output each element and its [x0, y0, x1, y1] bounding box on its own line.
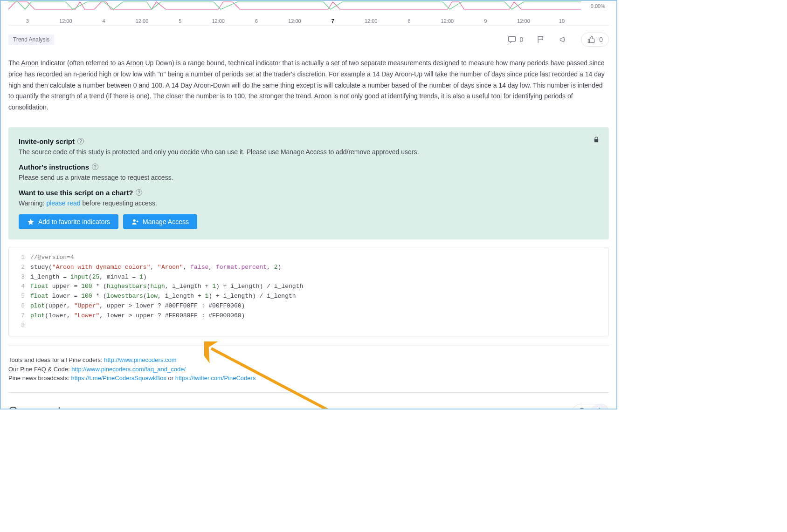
invite-only-panel: Invite-only script ? The source code of …	[8, 127, 609, 239]
twitter-link[interactable]: https://twitter.com/PineCoders	[175, 375, 256, 382]
comments-count[interactable]: 0	[507, 35, 523, 44]
invite-only-text: The source code of this study is protect…	[19, 148, 599, 156]
flame-icon	[595, 407, 604, 409]
indicator-mini-chart: 0.00% 3 12:00 4 12:00 5 12:00 6 12:00 7 …	[8, 1, 609, 26]
help-icon[interactable]: ?	[92, 164, 98, 170]
author-instructions-text: Please send us a private message to requ…	[19, 174, 599, 181]
footer-links: Tools and ideas for all Pine coders: htt…	[8, 355, 609, 393]
use-on-chart-text: Warning: please read before requesting a…	[19, 199, 599, 207]
add-favorite-button[interactable]: Add to favorite indicators	[19, 214, 118, 229]
description-text: The Aroon Indicator (often referred to a…	[8, 58, 609, 113]
clock-icon	[578, 407, 586, 409]
comments-title: Comments	[8, 404, 67, 409]
pinecoders-link[interactable]: http://www.pinecoders.com	[104, 356, 176, 363]
user-add-icon	[131, 218, 139, 225]
invite-only-title: Invite-only script ?	[19, 137, 84, 145]
lock-icon	[593, 136, 600, 144]
divider	[8, 346, 609, 346]
manage-access-button[interactable]: Manage Access	[123, 214, 197, 229]
flag-icon	[536, 35, 545, 44]
comment-sort-toggle	[573, 404, 609, 409]
flag-button[interactable]	[536, 35, 545, 44]
faq-link[interactable]: http://www.pinecoders.com/faq_and_code/	[71, 366, 186, 373]
comment-icon	[507, 35, 517, 44]
chart-x-axis: 3 12:00 4 12:00 5 12:00 6 12:00 7 12:00 …	[8, 18, 581, 24]
help-icon[interactable]: ?	[77, 138, 84, 144]
star-icon	[27, 218, 35, 225]
author-instructions-title: Author's instructions ?	[19, 163, 98, 171]
sort-hot-button[interactable]	[591, 404, 608, 409]
megaphone-icon	[559, 35, 568, 44]
please-read-link[interactable]: please read	[46, 199, 80, 207]
thumbs-up-icon	[587, 35, 596, 44]
svg-rect-0	[509, 36, 516, 41]
chart-y-label: 0.00%	[581, 1, 609, 11]
share-button[interactable]	[559, 35, 568, 44]
svg-point-1	[133, 219, 135, 222]
telegram-link[interactable]: https://t.me/PineCodersSquawkBox	[71, 375, 166, 382]
svg-point-3	[579, 408, 585, 409]
help-icon[interactable]: ?	[136, 189, 142, 196]
use-on-chart-title: Want to use this script on a chart? ?	[19, 189, 142, 197]
tag-trend-analysis[interactable]: Trend Analysis	[8, 34, 54, 45]
sort-recent-button[interactable]	[573, 404, 591, 409]
source-code-block: 1//@version=4 2study("Aroon with dynamic…	[8, 247, 609, 336]
like-button[interactable]: 0	[581, 33, 609, 47]
